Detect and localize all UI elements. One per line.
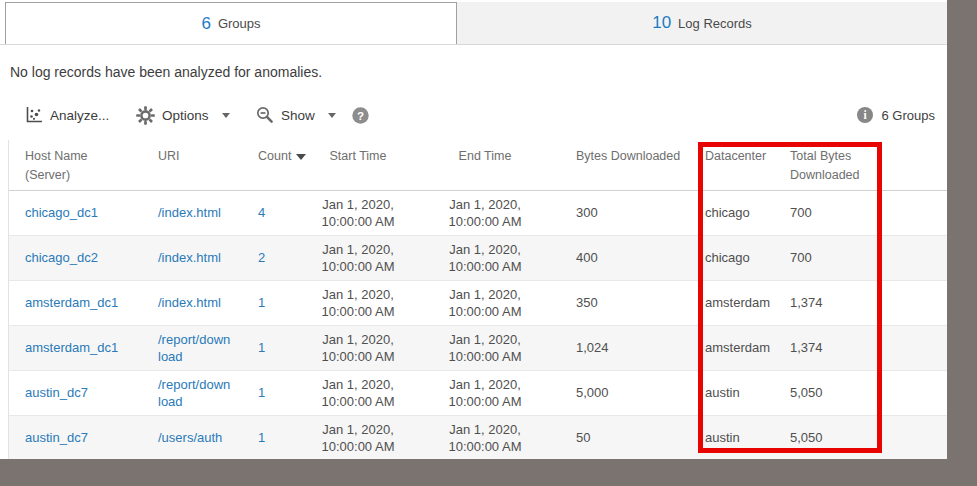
end-time-cell: Jan 1, 2020,10:00:00 AM [404,190,566,235]
end-time-cell: Jan 1, 2020,10:00:00 AM [404,325,566,370]
start-time-cell: Jan 1, 2020,10:00:00 AM [312,415,404,460]
help-button[interactable]: ? [351,101,370,129]
zoom-out-icon [256,106,274,124]
anomaly-status-message: No log records have been analyzed for an… [10,64,322,80]
column-header-end-time: End Time [404,140,566,190]
options-button[interactable]: Options [136,101,230,129]
end-time-cell: Jan 1, 2020,10:00:00 AM [404,280,566,325]
desktop-background-bottom [0,459,977,486]
column-header-count[interactable]: Count [248,140,312,190]
column-header-total-bytes: Total BytesDownloaded [780,140,880,190]
total-bytes-cell: 5,050 [780,415,880,460]
uri-link[interactable]: /report/download [158,331,232,365]
filler-cell [880,415,947,460]
groups-tab-count: 6 [201,14,210,34]
tab-log-records[interactable]: 10 Log Records [457,2,947,44]
datacenter-cell: amsterdam [695,280,780,325]
table-header-row: Host Name(Server) URI Count Start Time E… [9,140,947,190]
datacenter-cell: austin [695,415,780,460]
bytes-cell: 50 [566,415,695,460]
help-icon: ? [351,106,370,125]
bytes-cell: 400 [566,235,695,280]
groups-count-label: 6 Groups [882,108,935,123]
start-time-cell: Jan 1, 2020,10:00:00 AM [312,190,404,235]
host-link[interactable]: amsterdam_dc1 [25,340,118,355]
datacenter-cell: chicago [695,190,780,235]
table-row: chicago_dc2 /index.html 2 Jan 1, 2020,10… [9,235,947,280]
column-header-datacenter: Datacenter [695,140,780,190]
tab-groups[interactable]: 6 Groups [5,2,457,44]
show-button-label: Show [281,108,315,123]
filler-cell [880,235,947,280]
options-button-label: Options [162,108,209,123]
uri-link[interactable]: /users/auth [158,429,232,446]
end-time-cell: Jan 1, 2020,10:00:00 AM [404,415,566,460]
tab-bar: 6 Groups 10 Log Records [0,0,947,45]
analyze-button-label: Analyze... [50,108,109,123]
datacenter-cell: chicago [695,235,780,280]
filler-cell [880,325,947,370]
column-header-bytes-downloaded: Bytes Downloaded [566,140,695,190]
gear-icon [136,106,155,125]
log-records-tab-label: Log Records [678,16,752,31]
analyze-button[interactable]: Analyze... [24,101,109,129]
total-bytes-cell: 700 [780,190,880,235]
datacenter-cell: austin [695,370,780,415]
table-row: austin_dc7 /users/auth 1 Jan 1, 2020,10:… [9,415,947,460]
groups-tab-label: Groups [218,16,261,31]
groups-count-summary: i 6 Groups [856,101,935,129]
host-link[interactable]: chicago_dc2 [25,250,98,265]
count-link[interactable]: 1 [258,430,265,445]
count-link[interactable]: 1 [258,340,265,355]
info-icon[interactable]: i [856,106,874,124]
bytes-cell: 1,024 [566,325,695,370]
show-button[interactable]: Show [256,101,336,129]
host-link[interactable]: austin_dc7 [25,430,88,445]
start-time-cell: Jan 1, 2020,10:00:00 AM [312,325,404,370]
log-records-tab-count: 10 [652,13,671,33]
sort-descending-icon [296,154,306,160]
chevron-down-icon [222,113,230,118]
table-row: amsterdam_dc1 /index.html 1 Jan 1, 2020,… [9,280,947,325]
bytes-cell: 5,000 [566,370,695,415]
total-bytes-cell: 5,050 [780,370,880,415]
total-bytes-cell: 700 [780,235,880,280]
start-time-cell: Jan 1, 2020,10:00:00 AM [312,370,404,415]
uri-link[interactable]: /report/download [158,376,232,410]
filler-cell [880,280,947,325]
count-link[interactable]: 4 [258,205,265,220]
table-row: amsterdam_dc1 /report/download 1 Jan 1, … [9,325,947,370]
column-header-filler [880,140,947,190]
end-time-cell: Jan 1, 2020,10:00:00 AM [404,235,566,280]
uri-link[interactable]: /index.html [158,204,232,221]
desktop-background-right [947,0,977,486]
uri-link[interactable]: /index.html [158,249,232,266]
count-link[interactable]: 2 [258,250,265,265]
chevron-down-icon [328,113,336,118]
column-header-start-time: Start Time [312,140,404,190]
filler-cell [880,370,947,415]
table-row: chicago_dc1 /index.html 4 Jan 1, 2020,10… [9,190,947,235]
count-link[interactable]: 1 [258,385,265,400]
host-link[interactable]: chicago_dc1 [25,205,98,220]
end-time-cell: Jan 1, 2020,10:00:00 AM [404,370,566,415]
total-bytes-cell: 1,374 [780,325,880,370]
filler-cell [880,190,947,235]
uri-link[interactable]: /index.html [158,294,232,311]
host-link[interactable]: amsterdam_dc1 [25,295,118,310]
datacenter-cell: amsterdam [695,325,780,370]
column-header-uri: URI [148,140,248,190]
host-link[interactable]: austin_dc7 [25,385,88,400]
count-link[interactable]: 1 [258,295,265,310]
svg-text:?: ? [357,109,364,121]
bytes-cell: 300 [566,190,695,235]
groups-table: Host Name(Server) URI Count Start Time E… [8,140,947,461]
start-time-cell: Jan 1, 2020,10:00:00 AM [312,235,404,280]
app-window: 6 Groups 10 Log Records No log records h… [0,0,947,486]
bytes-cell: 350 [566,280,695,325]
table-row: austin_dc7 /report/download 1 Jan 1, 202… [9,370,947,415]
column-header-host-name: Host Name(Server) [9,140,148,190]
total-bytes-cell: 1,374 [780,280,880,325]
analyze-chart-icon [24,106,43,125]
start-time-cell: Jan 1, 2020,10:00:00 AM [312,280,404,325]
